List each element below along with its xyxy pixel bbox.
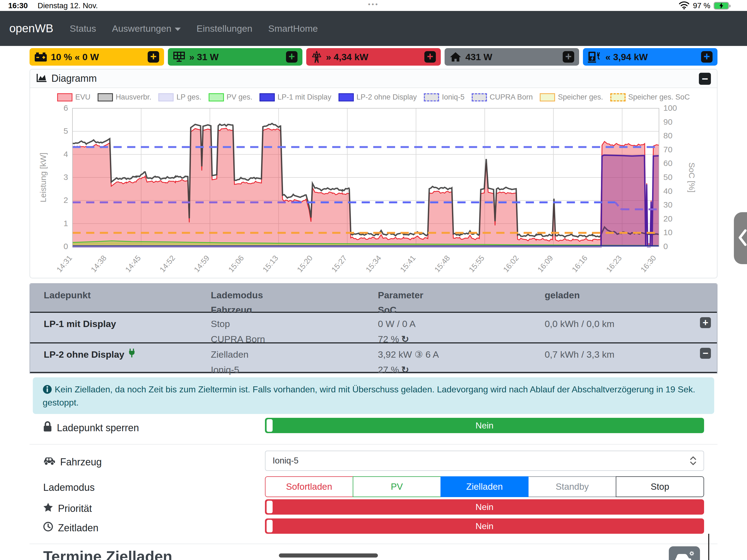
badge-expand-button[interactable]: + — [563, 51, 574, 62]
diagram-collapse-button[interactable]: − — [699, 73, 711, 85]
svg-text:30: 30 — [663, 200, 672, 209]
legend-item[interactable]: EVU — [57, 93, 91, 101]
horizontal-scrollbar[interactable] — [279, 554, 378, 558]
legend-label: Speicher ges. SoC — [628, 93, 690, 101]
ladepunkt-sperren-label: Ladepunkt sperren — [43, 421, 139, 434]
mode-button-standby[interactable]: Standby — [528, 476, 616, 497]
svg-text:80: 80 — [663, 131, 672, 140]
nav-item-auswertungen[interactable]: Auswertungen — [112, 23, 180, 34]
prioritaet-toggle[interactable]: Nein — [265, 499, 704, 515]
chargepoint-name: LP-1 mit Display — [44, 316, 116, 331]
svg-text:SoC [%]: SoC [%] — [687, 162, 696, 193]
divider — [29, 543, 718, 544]
svg-text:Leistung [kW]: Leistung [kW] — [38, 153, 48, 202]
legend-item[interactable]: LP ges. — [158, 93, 201, 101]
chargepoint-table: Ladepunkt LademodusFahrzeug ParameterSoC… — [29, 283, 718, 374]
badge-value: 10 % « 0 W — [51, 52, 99, 62]
diagram-title: Diagramm — [51, 73, 97, 84]
badge-expand-button[interactable]: + — [424, 51, 436, 62]
solar-panel-icon — [173, 51, 185, 62]
diagram-card-header: Diagramm − — [30, 70, 717, 88]
badge-expand-button[interactable]: + — [286, 51, 298, 62]
svg-text:5: 5 — [63, 126, 68, 135]
legend-label: Ioniq-5 — [442, 93, 465, 101]
svg-text:15:06: 15:06 — [227, 254, 246, 274]
brand-openwb[interactable]: openWB — [9, 22, 53, 35]
legend-item[interactable]: PV ges. — [209, 93, 253, 101]
svg-text:16:09: 16:09 — [536, 254, 555, 274]
svg-text:16:16: 16:16 — [570, 254, 589, 274]
vehicle-settings-button[interactable] — [669, 546, 700, 560]
battery-percent: 97 % — [693, 1, 711, 10]
vertical-scrollbar[interactable] — [708, 534, 709, 560]
badge-expand-button[interactable]: + — [701, 51, 713, 62]
svg-text:15:41: 15:41 — [398, 254, 417, 274]
toggle-knob — [266, 419, 273, 432]
svg-text:10: 10 — [663, 228, 672, 237]
svg-text:15:20: 15:20 — [295, 254, 314, 274]
slideover-handle[interactable] — [734, 212, 747, 264]
toggle-knob — [266, 520, 273, 532]
nav-item-label: Auswertungen — [112, 23, 171, 34]
car-icon — [43, 456, 55, 468]
fahrzeug-select[interactable]: Ioniq-5 — [265, 451, 704, 471]
zeitladen-toggle[interactable]: Nein — [265, 518, 704, 534]
collapse-row-button[interactable]: − — [700, 348, 711, 359]
info-alert-text: Kein Zielladen, da noch Zeit bis zum Zie… — [43, 384, 695, 407]
badge-value: 431 W — [465, 52, 492, 62]
legend-swatch — [158, 93, 174, 101]
zeitladen-label: Zeitladen — [43, 522, 98, 534]
svg-text:6: 6 — [63, 104, 68, 112]
chart-plot: 0123456010203040506070809010014:3114:381… — [30, 104, 717, 278]
soc-refresh-icon[interactable]: ↻ — [402, 364, 409, 375]
mode-button-pv[interactable]: PV — [353, 476, 441, 497]
diagram-card: Diagramm − EVUHausverbr.LP ges.PV ges.LP… — [29, 69, 718, 278]
badge-speicher[interactable]: 10 % « 0 W+ — [29, 48, 164, 66]
nav-item-label: SmartHome — [268, 23, 318, 34]
mode-button-sofortladen[interactable]: Sofortladen — [265, 476, 353, 497]
badge-pv[interactable]: » 31 W+ — [168, 48, 302, 66]
badge-hausverbrauch[interactable]: 431 W+ — [445, 48, 579, 66]
legend-item[interactable]: Hausverbr. — [98, 93, 152, 101]
svg-text:60: 60 — [663, 159, 672, 168]
nav-item-status[interactable]: Status — [70, 23, 96, 34]
divider — [29, 444, 718, 444]
ladepunkt-sperren-toggle[interactable]: Nein — [265, 418, 704, 433]
svg-text:15:48: 15:48 — [433, 254, 452, 274]
mode-button-zielladen[interactable]: Zielladen — [440, 476, 529, 497]
expand-row-button[interactable]: + — [700, 317, 711, 328]
mode-button-stop[interactable]: Stop — [616, 476, 704, 497]
legend-swatch — [98, 93, 113, 101]
svg-text:90: 90 — [663, 117, 672, 126]
svg-text:100: 100 — [663, 104, 677, 112]
legend-item[interactable]: Speicher ges. SoC — [610, 93, 690, 101]
info-icon — [43, 385, 52, 394]
chart-area-icon — [36, 73, 47, 84]
svg-text:14:38: 14:38 — [89, 254, 108, 274]
legend-item[interactable]: Speicher ges. — [540, 93, 603, 101]
legend-item[interactable]: LP-1 mit Display — [259, 93, 331, 101]
badge-evu[interactable]: » 4,34 kW+ — [306, 48, 441, 66]
badge-expand-button[interactable]: + — [148, 51, 159, 62]
svg-text:16:30: 16:30 — [639, 254, 658, 274]
svg-text:15:55: 15:55 — [467, 254, 486, 274]
legend-item[interactable]: LP-2 ohne Display — [338, 93, 417, 101]
legend-label: PV ges. — [227, 93, 253, 101]
legend-swatch — [424, 93, 439, 101]
table-row-lp1: LP-1 mit DisplayStopCUPRA Born0 W / 0 A7… — [30, 313, 717, 342]
legend-item[interactable]: Ioniq-5 — [424, 93, 465, 101]
ios-status-bar: 16:30 Dienstag 12. Nov. ••• 97 % — [0, 0, 747, 11]
geladen-cell: 0,7 kWh / 3,3 km — [545, 347, 614, 362]
badge-ladeleistung[interactable]: « 3,94 kW+ — [583, 48, 718, 66]
legend-swatch — [610, 93, 626, 101]
svg-text:14:59: 14:59 — [192, 254, 211, 274]
chart-legend: EVUHausverbr.LP ges.PV ges.LP-1 mit Disp… — [30, 93, 717, 101]
select-stepper-icon — [690, 456, 696, 465]
legend-item[interactable]: CUPRA Born — [472, 93, 533, 101]
header-geladen: geladen — [545, 288, 579, 302]
svg-text:0: 0 — [63, 242, 68, 251]
legend-label: EVU — [75, 93, 91, 101]
legend-swatch — [540, 93, 555, 101]
nav-item-einstellungen[interactable]: Einstellungen — [197, 23, 252, 34]
nav-item-smarthome[interactable]: SmartHome — [268, 23, 318, 34]
